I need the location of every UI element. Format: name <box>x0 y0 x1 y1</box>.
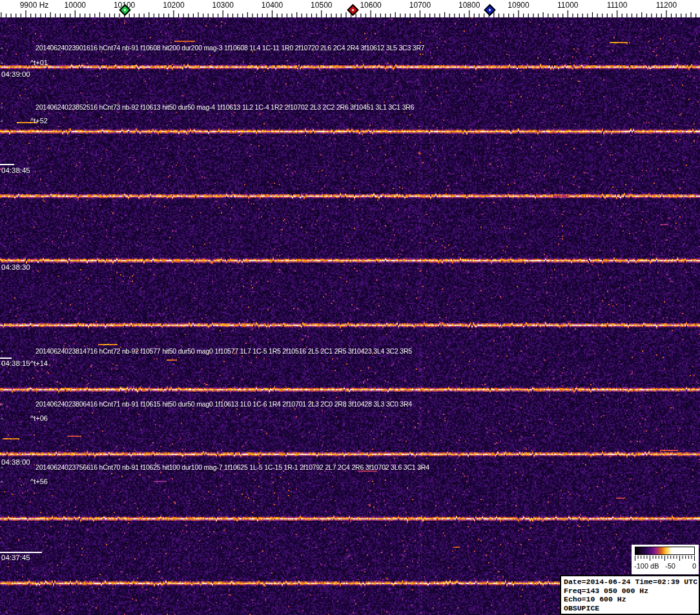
db-gradient-bar <box>635 547 695 555</box>
freq-label: 10500 <box>311 1 332 10</box>
freq-label: 10700 <box>409 1 431 10</box>
freq-label: 11000 <box>557 1 578 10</box>
info-frequency: Freq=143 050 000 Hz <box>564 587 699 596</box>
info-echo-frequency: Echo=10 600 Hz <box>564 595 699 604</box>
meteor-spectrogram-screen: 04:39:0004:38:4504:38:3004:38:1504:38:00… <box>0 0 700 615</box>
freq-label: 10300 <box>212 1 234 10</box>
freq-label: 10200 <box>163 1 184 10</box>
db-label-min: -100 dB <box>634 562 659 570</box>
freq-label: 11200 <box>656 1 677 10</box>
db-label-mid: -50 <box>665 562 675 570</box>
db-scale-labels: -100 dB -50 0 <box>632 562 699 571</box>
diamond-core-dot <box>488 8 491 11</box>
freq-label: 10600 <box>360 1 381 10</box>
db-scale-legend: -100 dB -50 0 <box>632 545 699 574</box>
freq-label: 10000 <box>65 1 86 10</box>
spectrogram-canvas <box>0 17 700 615</box>
diamond-core-dot <box>123 8 126 11</box>
observation-info-box: Date=2014-06-24 Time=02:39 UTC Freq=143 … <box>560 575 700 615</box>
diamond-core-dot <box>351 8 354 11</box>
freq-label: 11100 <box>607 1 628 10</box>
db-label-max: 0 <box>692 562 696 570</box>
info-station-name: OBSUPICE <box>564 604 699 613</box>
freq-label: 10400 <box>262 1 283 10</box>
info-date-time: Date=2014-06-24 Time=02:39 UTC <box>564 578 699 587</box>
freq-label: 10900 <box>508 1 529 10</box>
freq-label: 9900 Hz <box>20 1 49 10</box>
freq-label: 10800 <box>458 1 480 10</box>
db-scale-ticks <box>635 556 695 561</box>
frequency-axis: 9900 Hz100001010010200103001040010500106… <box>0 0 700 17</box>
